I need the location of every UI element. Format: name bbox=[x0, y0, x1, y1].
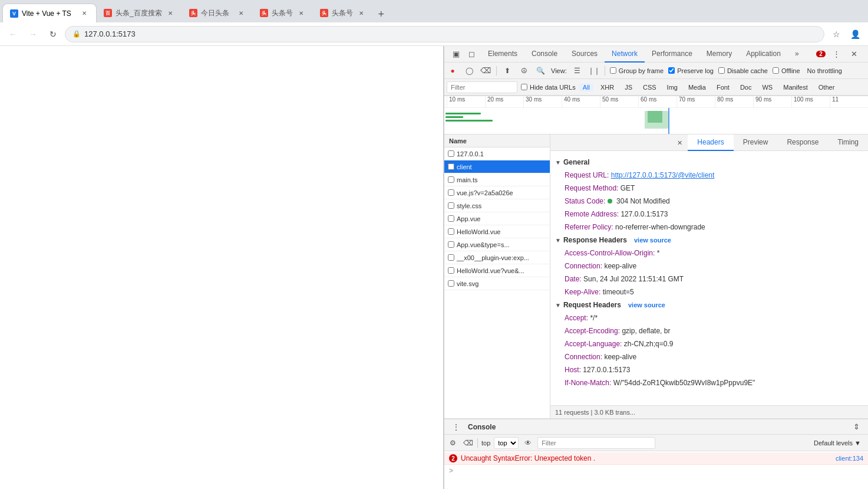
preserve-log-checkbox[interactable] bbox=[668, 67, 675, 74]
filter-manifest-btn[interactable]: Manifest bbox=[780, 83, 811, 91]
request-checkbox-client[interactable] bbox=[448, 163, 454, 170]
address-box[interactable]: 🔒 127.0.0.1:5173 bbox=[65, 26, 824, 42]
tab-vite[interactable]: V Vite + Vue + TS ✕ bbox=[2, 4, 97, 22]
tab-close-toutiaohao1[interactable]: ✕ bbox=[296, 8, 306, 18]
filter-css-btn[interactable]: CSS bbox=[639, 83, 660, 91]
detail-tab-response[interactable]: Response bbox=[777, 134, 828, 151]
tab-toutiaohao1[interactable]: 头 头条号 ✕ bbox=[253, 4, 313, 22]
devtools-more-button[interactable]: ⋮ bbox=[829, 47, 843, 61]
request-checkbox-helloworldvue2[interactable] bbox=[448, 267, 454, 274]
filter-doc-btn[interactable]: Doc bbox=[737, 83, 755, 91]
search-button[interactable]: 🔍 bbox=[534, 65, 546, 77]
tab-network[interactable]: Network bbox=[605, 46, 645, 63]
offline-label[interactable]: Offline bbox=[773, 67, 800, 74]
tab-elements[interactable]: Elements bbox=[481, 46, 524, 63]
filter-media-btn[interactable]: Media bbox=[685, 83, 709, 91]
request-checkbox-vuejs[interactable] bbox=[448, 189, 454, 196]
devtools-close-button[interactable]: ✕ bbox=[847, 47, 861, 61]
detail-tab-preview[interactable]: Preview bbox=[734, 134, 778, 151]
console-levels-button[interactable]: Default levels ▼ bbox=[814, 439, 866, 447]
request-item-vitesvg[interactable]: vite.svg bbox=[444, 277, 550, 290]
back-button[interactable]: ← bbox=[5, 26, 21, 42]
filter-img-btn[interactable]: Img bbox=[664, 83, 681, 91]
request-checkbox-x00plugin[interactable] bbox=[448, 254, 454, 261]
import-button[interactable]: ⬆ bbox=[501, 65, 513, 77]
inspect-element-button[interactable]: ▣ bbox=[449, 47, 463, 61]
group-by-frame-checkbox[interactable] bbox=[610, 67, 616, 74]
preserve-log-label[interactable]: Preserve log bbox=[668, 67, 714, 74]
filter-js-btn[interactable]: JS bbox=[621, 83, 636, 91]
tab-memory[interactable]: Memory bbox=[699, 46, 739, 63]
tab-close-vite[interactable]: ✕ bbox=[80, 9, 89, 18]
filter-toggle-button[interactable]: ☮ bbox=[518, 65, 530, 77]
console-filter-input[interactable] bbox=[537, 437, 655, 449]
request-item-helloworldvue2[interactable]: HelloWorld.vue?vue&... bbox=[444, 264, 550, 277]
tab-close-baidu[interactable]: ✕ bbox=[166, 8, 175, 18]
refresh-button[interactable]: ↻ bbox=[45, 26, 61, 42]
response-headers-view-source[interactable]: view source bbox=[634, 237, 671, 244]
request-item-helloworldvue[interactable]: HelloWorld.vue bbox=[444, 225, 550, 238]
filter-xhr-btn[interactable]: XHR bbox=[597, 83, 618, 91]
stop-button[interactable]: ◯ bbox=[463, 65, 475, 77]
disable-cache-checkbox[interactable] bbox=[718, 67, 725, 74]
request-checkbox-maints[interactable] bbox=[448, 176, 454, 183]
filter-font-btn[interactable]: Font bbox=[713, 83, 733, 91]
request-checkbox-stylecss[interactable] bbox=[448, 202, 454, 209]
bookmark-button[interactable]: ☆ bbox=[828, 26, 844, 42]
tab-toutiaohao2[interactable]: 头 头条号 ✕ bbox=[313, 4, 373, 22]
filter-all-btn[interactable]: All bbox=[579, 83, 593, 91]
request-checkbox-appvuetype[interactable] bbox=[448, 241, 454, 248]
tab-baidu[interactable]: 百 头条_百度搜索 ✕ bbox=[97, 4, 182, 22]
hide-data-urls-checkbox[interactable] bbox=[521, 84, 527, 90]
profile-button[interactable]: 👤 bbox=[847, 26, 863, 42]
detail-close-button[interactable]: ✕ bbox=[671, 134, 688, 151]
disable-cache-label[interactable]: Disable cache bbox=[718, 67, 768, 74]
request-item-x00plugin[interactable]: __x00__plugin-vue:exp... bbox=[444, 251, 550, 264]
request-item-appvuetype[interactable]: App.vue&type=s... bbox=[444, 238, 550, 251]
general-section-header[interactable]: ▼ General bbox=[550, 156, 868, 169]
request-checkbox-vitesvg[interactable] bbox=[448, 280, 454, 287]
filter-other-btn[interactable]: Other bbox=[815, 83, 839, 91]
request-item-client[interactable]: client bbox=[444, 160, 550, 173]
console-tab[interactable]: Console bbox=[468, 423, 496, 431]
view-list-button[interactable]: ☰ bbox=[572, 65, 583, 77]
clear-button[interactable]: ⌫ bbox=[480, 65, 491, 77]
console-error-link[interactable]: client:134 bbox=[836, 455, 863, 462]
tab-application[interactable]: Application bbox=[739, 46, 788, 63]
request-headers-view-source[interactable]: view source bbox=[628, 301, 665, 309]
request-checkbox-127[interactable] bbox=[448, 150, 454, 157]
console-expand-button[interactable]: ⇕ bbox=[849, 420, 863, 434]
detail-tab-timing[interactable]: Timing bbox=[828, 134, 868, 151]
request-checkbox-appvue[interactable] bbox=[448, 215, 454, 222]
detail-tab-headers[interactable]: Headers bbox=[688, 134, 733, 151]
tab-close-toutiaohao2[interactable]: ✕ bbox=[357, 8, 366, 18]
device-toggle-button[interactable]: ◻ bbox=[464, 47, 478, 61]
tab-close-toutiao1[interactable]: ✕ bbox=[236, 8, 246, 18]
tab-console[interactable]: Console bbox=[524, 46, 565, 63]
request-checkbox-helloworldvue[interactable] bbox=[448, 228, 454, 235]
tab-performance[interactable]: Performance bbox=[645, 46, 699, 63]
request-item-vuejs[interactable]: vue.js?v=2a5a026e bbox=[444, 186, 550, 199]
console-eye-button[interactable]: 👁 bbox=[522, 437, 534, 449]
request-item-stylecss[interactable]: style.css bbox=[444, 199, 550, 212]
offline-checkbox[interactable] bbox=[773, 67, 779, 74]
response-headers-section-header[interactable]: ▼ Response Headers view source bbox=[550, 234, 868, 247]
new-tab-button[interactable]: + bbox=[373, 6, 390, 22]
record-button[interactable]: ● bbox=[447, 65, 458, 77]
group-by-frame-label[interactable]: Group by frame bbox=[610, 67, 664, 74]
console-menu-button[interactable]: ⋮ bbox=[449, 420, 463, 434]
console-settings-button[interactable]: ⚙ bbox=[447, 437, 458, 449]
console-clear-button[interactable]: ⌫ bbox=[462, 437, 474, 449]
request-item-appvue[interactable]: App.vue bbox=[444, 212, 550, 225]
request-item-maints[interactable]: main.ts bbox=[444, 173, 550, 186]
filter-ws-btn[interactable]: WS bbox=[758, 83, 776, 91]
tab-sources[interactable]: Sources bbox=[565, 46, 605, 63]
context-select[interactable]: top bbox=[494, 437, 519, 449]
tab-toutiao1[interactable]: 头 今日头条 ✕ bbox=[182, 4, 253, 22]
filter-input[interactable] bbox=[447, 81, 517, 93]
tab-more[interactable]: » bbox=[788, 46, 806, 63]
request-headers-section-header[interactable]: ▼ Request Headers view source bbox=[550, 298, 868, 311]
view-grid-button[interactable]: ❘❘ bbox=[588, 65, 600, 77]
hide-data-urls-label[interactable]: Hide data URLs bbox=[521, 84, 576, 91]
request-item-127[interactable]: 127.0.0.1 bbox=[444, 147, 550, 160]
